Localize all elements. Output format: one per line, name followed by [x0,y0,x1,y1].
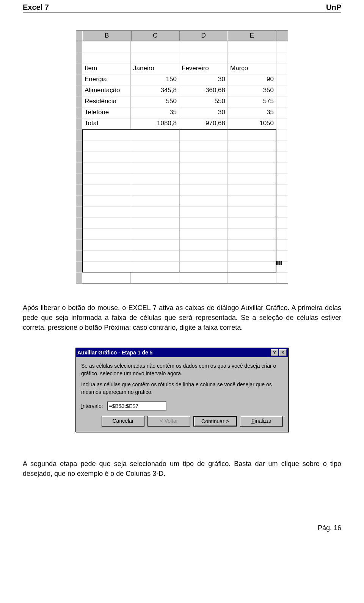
cell[interactable] [228,41,276,52]
cancel-button[interactable]: Cancelar [102,416,144,427]
cell[interactable]: 345,8 [131,85,179,96]
row-header-stub[interactable] [76,250,82,261]
cell[interactable] [228,52,276,63]
row-header-stub[interactable] [76,228,82,239]
cell[interactable] [82,239,131,250]
cell[interactable] [180,140,228,151]
cell[interactable]: Residência [82,96,131,107]
cell[interactable] [180,184,228,195]
cell[interactable] [131,206,179,217]
cell[interactable] [131,272,179,283]
cell[interactable] [180,151,228,162]
cell[interactable]: 575 [228,96,276,107]
cell[interactable] [82,129,131,140]
cell[interactable] [180,129,228,140]
cell[interactable] [131,151,179,162]
cell[interactable]: 350 [228,85,276,96]
row-header-stub[interactable] [76,140,82,151]
cell[interactable] [131,129,179,140]
cell[interactable] [180,217,228,228]
cell[interactable] [180,162,228,173]
cell[interactable]: 30 [179,107,228,118]
cell[interactable] [228,228,276,239]
cell[interactable] [131,52,179,63]
cell[interactable] [228,206,276,217]
cell[interactable] [82,195,131,206]
cell[interactable] [228,272,276,283]
help-icon[interactable]: ? [271,349,278,356]
column-header[interactable]: B [83,31,131,41]
cell[interactable] [82,52,131,63]
cell[interactable] [82,261,131,272]
cell[interactable]: 1080,8 [131,118,179,129]
cell[interactable] [228,250,276,261]
cell[interactable] [82,173,131,184]
cell[interactable] [180,173,228,184]
cell[interactable] [180,195,228,206]
cell[interactable]: 30 [179,74,228,85]
cell[interactable] [131,162,179,173]
cell[interactable] [82,140,131,151]
row-header-stub[interactable] [76,85,82,96]
cell[interactable] [180,228,228,239]
cell[interactable] [131,250,179,261]
row-header-stub[interactable] [76,129,82,140]
cell[interactable]: 35 [228,107,276,118]
cell[interactable] [131,217,179,228]
cell[interactable] [131,184,179,195]
cell[interactable] [82,206,131,217]
cell[interactable] [131,41,179,52]
row-header-stub[interactable] [76,195,82,206]
column-header[interactable]: E [228,31,276,41]
row-header-stub[interactable] [76,41,82,52]
row-header-stub[interactable] [76,217,82,228]
cell[interactable] [82,228,131,239]
cell[interactable]: 1050 [228,118,276,129]
cell[interactable] [179,52,228,63]
cell[interactable] [82,250,131,261]
cell[interactable] [228,162,276,173]
row-header-stub[interactable] [76,118,82,129]
row-header-stub[interactable] [76,107,82,118]
cell[interactable] [82,217,131,228]
next-button[interactable]: Continuar > [193,416,237,427]
cell[interactable] [82,151,131,162]
cell[interactable]: 970,68 [179,118,228,129]
interval-input[interactable]: =$B$3:$E$7 [107,401,166,411]
cell[interactable] [228,151,276,162]
finish-button[interactable]: Finalizar [240,416,283,427]
cell[interactable]: Março [228,63,276,74]
cell[interactable] [131,195,179,206]
cell[interactable]: 550 [179,96,228,107]
cell[interactable] [228,184,276,195]
row-header-stub[interactable] [76,261,82,272]
cell[interactable] [82,162,131,173]
cell[interactable] [228,261,276,272]
cell[interactable] [228,140,276,151]
close-icon[interactable]: × [279,349,287,356]
cell[interactable] [179,272,228,283]
column-header[interactable]: C [131,31,180,41]
cell[interactable] [82,41,131,52]
cell[interactable] [131,228,179,239]
cell[interactable] [228,173,276,184]
cell[interactable] [180,206,228,217]
cell[interactable]: 90 [228,74,276,85]
cell[interactable] [131,173,179,184]
cell[interactable] [131,261,179,272]
cell[interactable] [131,239,179,250]
row-header-stub[interactable] [76,151,82,162]
cell[interactable] [82,272,131,283]
cell[interactable] [82,184,131,195]
cell[interactable]: 35 [131,107,179,118]
row-header-stub[interactable] [76,239,82,250]
column-header[interactable]: D [179,31,228,41]
cell[interactable] [179,41,228,52]
row-header-stub[interactable] [76,206,82,217]
row-header-stub[interactable] [76,63,82,74]
row-header-stub[interactable] [76,52,82,63]
row-header-stub[interactable] [76,272,82,283]
cell[interactable]: 550 [131,96,179,107]
cell[interactable]: Fevereiro [179,63,228,74]
cell[interactable] [180,239,228,250]
